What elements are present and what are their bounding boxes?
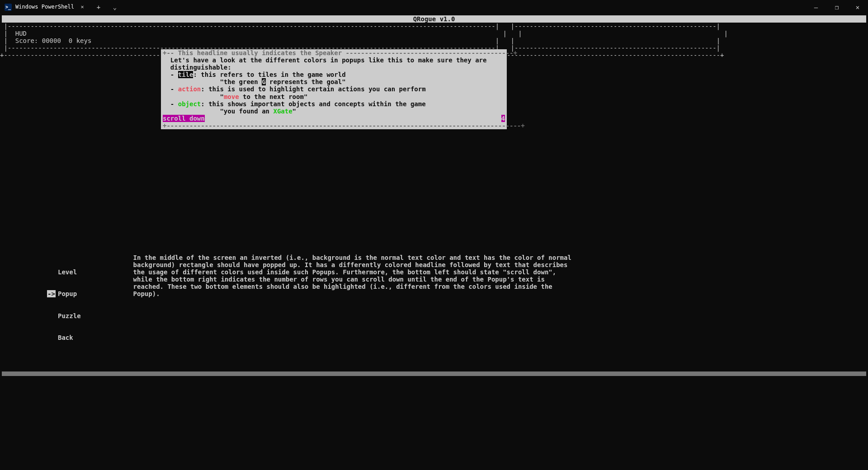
menu-item-popup[interactable]: ->Popup [47,290,81,297]
tab-close-icon[interactable]: ✕ [79,4,86,11]
window-titlebar: >_ Windows PowerShell ✕ + ⌄ — ❐ ✕ [0,0,868,14]
terminal-viewport[interactable]: QRogue v1.0 |---------------------------… [0,15,868,59]
game-title-banner: QRogue v1.0 [2,15,866,23]
window-maximize-button[interactable]: ❐ [826,0,847,14]
popup-object-word: XGate [273,108,292,115]
window-minimize-button[interactable]: — [806,0,826,14]
popup-tile-text: : this refers to tiles in the game world [193,71,345,78]
popup-action-example-post: to the next room" [239,93,308,100]
hud-score-row: | Score: 00000 0 keys | | | [0,37,868,44]
popup-object-example-pre: "you found an [220,108,273,115]
popup-headline: This headline usually indicates the Spea… [178,49,342,56]
popup-scroll-remaining: 4 [501,115,505,122]
popup-object-example-post: " [292,108,296,115]
popup-object-text: : this shows important objects and conce… [201,100,425,108]
popup-action-word: move [224,93,239,100]
popup-action-label: action [178,85,201,93]
hud-label-row: | HUD | | | [0,30,868,37]
tab-title: Windows PowerShell [15,4,74,10]
popup-intro-1: Let's have a look at the different color… [170,56,487,64]
powershell-icon: >_ [5,4,12,11]
popup-scroll-down[interactable]: scroll down [163,115,205,122]
popup-tile-example-pre: "the green [220,78,262,85]
options-menu: Level ->Popup Puzzle Back [0,254,81,356]
horizontal-scrollbar[interactable] [2,371,866,376]
menu-item-puzzle[interactable]: Puzzle [47,312,81,320]
game-popup: +-- This headline usually indicates the … [161,49,507,129]
description-text: In the middle of the screen an inverted … [81,254,578,356]
new-tab-button[interactable]: + [90,0,107,14]
popup-intro-2: distinguishable: [170,64,231,71]
popup-action-text: : this is used to highlight certain acti… [201,85,425,93]
popup-tile-label: tile [178,71,193,78]
tab-powershell[interactable]: >_ Windows PowerShell ✕ [0,0,90,14]
lower-panel: Level ->Popup Puzzle Back In the middle … [0,254,868,356]
hud-top-border: |---------------------------------------… [0,23,868,30]
menu-item-back[interactable]: Back [47,334,81,341]
popup-object-label: object [178,100,201,108]
popup-tile-example-post: represents the goal" [266,78,346,85]
popup-action-example-pre: " [220,93,223,100]
popup-tile-glyph: G [262,78,265,85]
tab-dropdown-button[interactable]: ⌄ [107,0,123,14]
menu-item-level[interactable]: Level [47,268,81,276]
menu-cursor-icon: -> [47,290,56,297]
window-close-button[interactable]: ✕ [847,0,868,14]
